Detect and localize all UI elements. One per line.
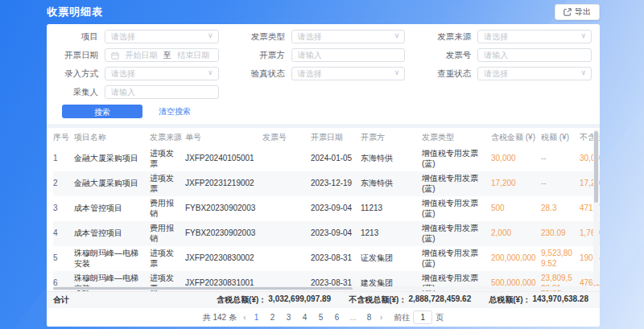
total-count: 共 142 条	[203, 312, 237, 323]
export-button[interactable]: 导出	[555, 4, 600, 20]
summary-total-label: 合计	[53, 294, 69, 306]
verify-status-label: 验真状态	[238, 68, 285, 80]
goto-prefix: 前往	[394, 312, 410, 323]
summary-item: 含税总额(¥)：3,032,699,097.89	[217, 294, 331, 306]
invoice-date-label: 开票日期	[52, 50, 98, 61]
chevron-down-icon	[208, 68, 213, 76]
start-date-placeholder: 开始日期	[122, 50, 160, 61]
title-bar: 收票明细表 导出	[47, 0, 600, 24]
page-button[interactable]: 3	[285, 313, 293, 322]
table-row[interactable]: 3成本管控项目费用报销FYBX202309020032023-09-041121…	[53, 196, 600, 221]
invoice-no-label: 发票号	[424, 50, 471, 61]
page-list: 123456...8	[253, 313, 374, 322]
chevron-down-icon	[394, 31, 400, 39]
export-icon	[564, 8, 572, 16]
clear-search-link[interactable]: 清空搜索	[159, 106, 191, 117]
collector-label: 采集人	[52, 87, 98, 98]
entry-method-select[interactable]: 请选择	[105, 67, 219, 80]
table-row[interactable]: 4成本管控项目费用报销FYBX202309020032023-09-041213…	[53, 221, 600, 246]
table-section: 序号项目名称发票来源单号发票号开票日期开票方发票类型含税金额 (¥)税额 (¥)…	[47, 128, 600, 291]
column-header: 税额 (¥)	[541, 128, 580, 146]
horizontal-scrollbar-thumb[interactable]	[53, 287, 353, 290]
prev-page-button[interactable]	[243, 313, 246, 322]
summary-item: 不含税总额(¥)：2,888,728,459.62	[349, 294, 471, 306]
summary-item: 总税额(¥)：143,970,638.28	[489, 294, 588, 306]
vertical-scrollbar[interactable]	[593, 130, 599, 285]
chevron-down-icon	[208, 31, 213, 39]
invoice-type-label: 发票类型	[238, 31, 285, 43]
page-button[interactable]: 5	[317, 313, 325, 322]
issuer-input[interactable]	[291, 48, 406, 62]
collector-input[interactable]	[105, 85, 219, 99]
column-header: 项目名称	[74, 128, 150, 146]
filter-project: 项目 请选择	[52, 30, 219, 43]
dup-status-select[interactable]: 请选择	[477, 67, 592, 80]
page-button[interactable]: 1	[253, 313, 261, 322]
entry-method-label: 录入方式	[52, 68, 98, 80]
goto-suffix: 页	[436, 312, 444, 323]
page-button[interactable]: 4	[301, 313, 309, 322]
calendar-icon	[111, 51, 119, 60]
column-header: 发票号	[262, 128, 311, 146]
chevron-down-icon	[580, 68, 586, 76]
invoice-type-placeholder: 请选择	[298, 31, 322, 43]
invoice-date-range[interactable]: 开始日期 至 结束日期	[105, 48, 219, 62]
filter-section: 项目 请选择 发票类型 请选择 发票来源 请选择	[47, 24, 600, 124]
invoice-no-input[interactable]	[477, 48, 592, 62]
chevron-down-icon	[394, 68, 400, 76]
page-ellipsis: ...	[349, 313, 357, 322]
filter-collector: 采集人	[52, 85, 219, 99]
issuer-label: 开票方	[238, 50, 285, 61]
chevron-down-icon	[580, 31, 586, 39]
vertical-scrollbar-thumb[interactable]	[594, 131, 598, 203]
page-button[interactable]: 6	[333, 313, 341, 322]
export-button-label: 导出	[575, 6, 591, 18]
column-header: 发票来源	[150, 128, 185, 146]
filter-verify-status: 验真状态 请选择	[238, 67, 406, 80]
horizontal-scrollbar[interactable]	[53, 286, 588, 290]
summary-items: 含税总额(¥)：3,032,699,097.89不含税总额(¥)：2,888,7…	[217, 294, 588, 306]
column-header: 单号	[185, 128, 262, 146]
filter-invoice-date: 开票日期 开始日期 至 结束日期	[52, 48, 219, 62]
entry-method-placeholder: 请选择	[111, 68, 135, 80]
filter-invoice-no: 发票号	[424, 48, 592, 62]
verify-status-select[interactable]: 请选择	[291, 67, 406, 80]
page-button[interactable]: 2	[269, 313, 277, 322]
goto-page-input[interactable]	[413, 310, 432, 324]
column-header: 含税金额 (¥)	[491, 128, 541, 146]
next-page-button[interactable]	[380, 313, 383, 322]
filter-issuer: 开票方	[238, 48, 406, 62]
project-placeholder: 请选择	[111, 31, 135, 43]
search-button[interactable]: 搜索	[62, 105, 142, 118]
table-row[interactable]: 5珠穆朗玛峰—电梯安装进项发票JXFP202308300022023-08-31…	[53, 246, 600, 271]
invoice-source-select[interactable]: 请选择	[477, 30, 592, 43]
invoice-table: 序号项目名称发票来源单号发票号开票日期开票方发票类型含税金额 (¥)税额 (¥)…	[53, 128, 600, 291]
project-select[interactable]: 请选择	[105, 30, 219, 43]
column-header: 开票方	[361, 128, 422, 146]
end-date-placeholder: 结束日期	[175, 50, 213, 61]
main-panel: 项目 请选择 发票类型 请选择 发票来源 请选择	[47, 24, 600, 327]
summary-bar: 合计 含税总额(¥)：3,032,699,097.89不含税总额(¥)：2,88…	[47, 291, 600, 308]
table-row[interactable]: 2金融大厦采购项目进项发票JXFP202312190022023-12-19东海…	[53, 171, 600, 196]
column-header: 序号	[53, 128, 74, 146]
table-header-row: 序号项目名称发票来源单号发票号开票日期开票方发票类型含税金额 (¥)税额 (¥)…	[53, 128, 600, 146]
filter-dup-status: 查重状态 请选择	[424, 67, 592, 80]
date-separator: 至	[163, 50, 171, 61]
filter-entry-method: 录入方式 请选择	[52, 67, 219, 80]
goto-page: 前往 页	[394, 310, 444, 324]
invoice-source-label: 发票来源	[424, 31, 471, 43]
page-title: 收票明细表	[47, 5, 103, 19]
column-header: 开票日期	[311, 128, 361, 146]
page-button[interactable]: 8	[365, 313, 374, 322]
dup-status-label: 查重状态	[424, 68, 471, 80]
pagination: 共 142 条 123456...8 前往 页	[47, 308, 600, 327]
invoice-type-select[interactable]: 请选择	[291, 30, 406, 43]
filter-invoice-type: 发票类型 请选择	[238, 30, 406, 43]
column-header: 发票类型	[422, 128, 491, 146]
project-label: 项目	[52, 31, 98, 43]
table-row[interactable]: 1金融大厦采购项目进项发票JXFP202401050012024-01-05东海…	[53, 146, 600, 171]
verify-status-placeholder: 请选择	[298, 68, 322, 80]
filter-invoice-source: 发票来源 请选择	[424, 30, 592, 43]
table-body: 1金融大厦采购项目进项发票JXFP202401050012024-01-05东海…	[53, 146, 600, 291]
dup-status-placeholder: 请选择	[484, 68, 508, 80]
